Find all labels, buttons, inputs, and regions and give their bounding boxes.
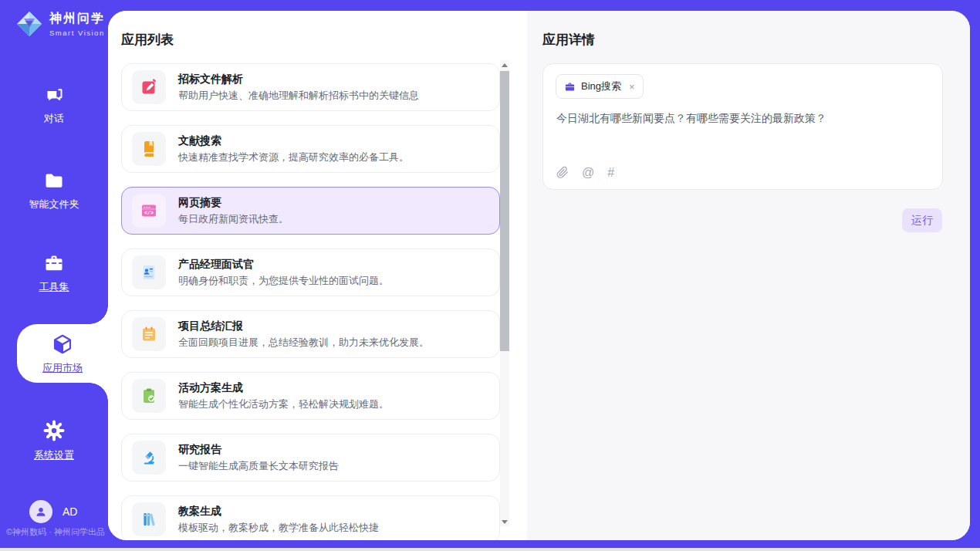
app-card-lesson-plan[interactable]: 教案生成 模板驱动，教案秒成，教学准备从此轻松快捷 xyxy=(121,495,500,540)
user-initials: AD xyxy=(63,505,77,518)
folder-icon xyxy=(43,170,65,191)
toolbox-icon xyxy=(43,252,65,274)
brand-name: 神州问学 xyxy=(49,11,105,27)
user-account[interactable]: AD xyxy=(29,500,77,523)
brand-subtitle: Smart Vision xyxy=(49,29,105,37)
app-description: 帮助用户快速、准确地理解和解析招标书中的关键信息 xyxy=(178,90,419,102)
app-description: 智能生成个性化活动方案，轻松解决规划难题。 xyxy=(178,398,389,411)
active-tab-curve-top xyxy=(90,306,108,324)
app-card-pm-interviewer[interactable]: 产品经理面试官 明确身份和职责，为您提供专业性的面试问题。 xyxy=(121,248,500,296)
app-card-project-summary[interactable]: 项目总结汇报 全面回顾项目进展，总结经验教训，助力未来优化发展。 xyxy=(121,310,500,358)
sidebar-item-label: 对话 xyxy=(44,112,64,126)
diamond-logo-icon xyxy=(15,10,43,38)
app-list-title: 应用列表 xyxy=(121,31,174,49)
avatar xyxy=(29,500,52,523)
prompt-toolbar: @ # xyxy=(556,166,614,179)
app-icon-box xyxy=(132,132,166,166)
app-name: 研究报告 xyxy=(178,443,339,456)
prompt-text-input[interactable]: 今日湖北有哪些新闻要点？有哪些需要关注的最新政策？ xyxy=(556,112,927,126)
app-description: 快速精准查找学术资源，提高研究效率的必备工具。 xyxy=(178,151,409,164)
active-tab-curve-bottom xyxy=(90,383,108,401)
app-card-event-plan[interactable]: 活动方案生成 智能生成个性化活动方案，轻松解决规划难题。 xyxy=(121,372,500,420)
sidebar-item-label: 工具集 xyxy=(39,280,69,294)
main-content: 应用列表 招标文件解析 帮助用户快速、准确地理解和解析招标书中的关键信息 xyxy=(108,11,970,540)
app-description: 一键智能生成高质量长文本研究报告 xyxy=(178,460,339,472)
sidebar-item-app-market[interactable]: 应用市场 xyxy=(17,324,108,383)
hash-icon[interactable]: # xyxy=(607,167,614,179)
copyright-text: ©神州数码 · 神州问学出品 xyxy=(6,526,105,538)
app-name: 网页摘要 xyxy=(178,196,289,209)
app-card-literature-search[interactable]: 文献搜索 快速精准查找学术资源，提高研究效率的必备工具。 xyxy=(121,125,500,173)
app-description: 明确身份和职责，为您提供专业性的面试问题。 xyxy=(178,275,389,287)
window-bottom-edge xyxy=(0,548,980,551)
app-description: 每日政府新闻资讯快查。 xyxy=(178,213,289,225)
app-description: 全面回顾项目进展，总结经验教训，助力未来优化发展。 xyxy=(178,336,429,349)
paperclip-icon[interactable] xyxy=(556,166,569,179)
app-name: 项目总结汇报 xyxy=(178,319,429,333)
app-icon-box xyxy=(132,379,166,413)
sidebar-item-chat[interactable]: 对话 xyxy=(0,85,108,126)
edit-square-icon xyxy=(140,78,158,96)
sidebar-item-smart-folder[interactable]: 智能文件夹 xyxy=(0,170,108,211)
app-icon-box: </> xyxy=(132,194,166,228)
app-icon-box xyxy=(132,70,166,104)
app-description: 模板驱动，教案秒成，教学准备从此轻松快捷 xyxy=(178,522,379,534)
app-list-panel: 应用列表 招标文件解析 帮助用户快速、准确地理解和解析招标书中的关键信息 xyxy=(108,11,527,540)
app-name: 活动方案生成 xyxy=(178,381,389,394)
sidebar-item-toolset[interactable]: 工具集 xyxy=(0,252,108,294)
briefcase-icon xyxy=(564,81,576,93)
sidebar: 神州问学 Smart Vision 对话 智能文件夹 工具 xyxy=(0,0,108,548)
note-icon xyxy=(140,325,158,343)
tool-tag-bing-search[interactable]: Bing搜索 × xyxy=(556,74,644,99)
prompt-input-card: Bing搜索 × 今日湖北有哪些新闻要点？有哪些需要关注的最新政策？ @ # xyxy=(542,63,943,190)
scrollbar-up-arrow[interactable] xyxy=(500,60,509,69)
cube-icon xyxy=(51,333,74,356)
app-icon-box xyxy=(132,502,166,536)
browser-code-icon: </> xyxy=(140,201,158,220)
sidebar-item-label: 智能文件夹 xyxy=(29,198,79,211)
scrollbar-thumb[interactable] xyxy=(500,71,509,351)
mention-icon[interactable]: @ xyxy=(582,167,594,179)
app-frame: 神州问学 Smart Vision 对话 智能文件夹 工具 xyxy=(0,0,980,551)
book-icon xyxy=(140,140,158,158)
app-icon-box xyxy=(132,441,166,475)
app-card-research-report[interactable]: 研究报告 一键智能生成高质量长文本研究报告 xyxy=(121,434,500,482)
chat-icon xyxy=(44,85,65,106)
app-name: 教案生成 xyxy=(178,505,379,518)
app-detail-panel: 应用详情 Bing搜索 × 今日湖北有哪些新闻要点？有哪些需要关注的最新政策？ … xyxy=(527,11,970,540)
app-name: 文献搜索 xyxy=(178,134,409,147)
app-card-web-summary[interactable]: </> 网页摘要 每日政府新闻资讯快查。 xyxy=(121,187,500,235)
gear-icon xyxy=(42,419,66,442)
run-button[interactable]: 运行 xyxy=(902,208,942,232)
app-card-list: 招标文件解析 帮助用户快速、准确地理解和解析招标书中的关键信息 文献搜索 xyxy=(121,63,500,540)
sidebar-item-label: 系统设置 xyxy=(34,448,74,462)
app-icon-box xyxy=(132,317,166,351)
microscope-icon xyxy=(140,448,158,467)
app-name: 产品经理面试官 xyxy=(178,258,389,271)
resume-icon xyxy=(140,263,158,282)
app-name: 招标文件解析 xyxy=(178,73,419,86)
app-list-scrollbar[interactable] xyxy=(500,60,509,526)
scrollbar-down-arrow[interactable] xyxy=(500,517,509,526)
books-icon xyxy=(140,510,158,529)
app-card-bid-document-analysis[interactable]: 招标文件解析 帮助用户快速、准确地理解和解析招标书中的关键信息 xyxy=(121,63,500,111)
clipboard-check-icon xyxy=(140,387,158,405)
app-icon-box xyxy=(132,255,166,289)
brand-logo: 神州问学 Smart Vision xyxy=(15,10,105,38)
tool-tag-label: Bing搜索 xyxy=(581,79,621,93)
app-detail-title: 应用详情 xyxy=(542,31,595,49)
svg-text:</>: </> xyxy=(144,211,154,216)
sidebar-item-settings[interactable]: 系统设置 xyxy=(0,419,108,462)
tool-tag-close-icon[interactable]: × xyxy=(629,81,635,93)
sidebar-item-label: 应用市场 xyxy=(42,361,83,375)
person-icon xyxy=(35,505,47,518)
